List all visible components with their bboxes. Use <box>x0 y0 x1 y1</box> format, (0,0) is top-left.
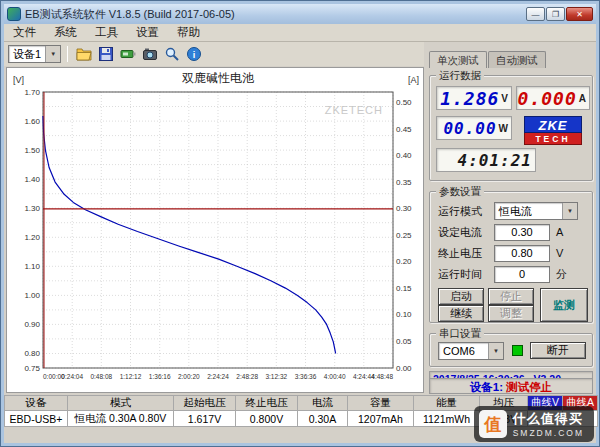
svg-text:0.15: 0.15 <box>396 284 412 293</box>
adjust-button[interactable]: 调整 <box>488 305 534 322</box>
zoom-icon[interactable] <box>162 44 182 64</box>
cutoff-voltage-input[interactable] <box>494 245 550 262</box>
save-icon[interactable] <box>96 44 116 64</box>
svg-text:4:00:40: 4:00:40 <box>324 373 346 380</box>
svg-text:0.05: 0.05 <box>396 337 412 346</box>
tab-strip: 单次测试 自动测试 <box>429 51 547 68</box>
toolbar: 设备1 ▼ i <box>4 42 424 66</box>
start-button[interactable]: 启动 <box>438 288 484 305</box>
menu-bar: 文件系统工具设置帮助 <box>4 24 596 42</box>
power-display: 00.00 W <box>436 116 512 140</box>
svg-text:[A]: [A] <box>408 75 419 85</box>
title-bar: EB测试系统软件 V1.8.5 (Build 2017-06-05) — ❐ ✕ <box>4 4 596 24</box>
voltage-value: 1.286 <box>440 88 499 109</box>
status-state: 设备1: 测试停止 <box>429 378 593 394</box>
svg-text:[V]: [V] <box>13 75 24 85</box>
column-header: 电流 <box>298 395 348 411</box>
run-time-input[interactable] <box>494 266 550 283</box>
tab-single-test[interactable]: 单次测试 <box>429 51 487 68</box>
com-port-select[interactable]: COM6 ▼ <box>438 342 504 360</box>
run-time-label: 运行时间 <box>438 267 494 282</box>
svg-text:ZKETECH: ZKETECH <box>325 104 383 116</box>
run-data-group: 运行数据 1.286 V 0.000 A 00.00 W ZKE TECH 4:… <box>429 75 593 181</box>
table-cell: 1207mAh <box>348 411 414 427</box>
about-icon[interactable]: i <box>184 44 204 64</box>
status-device: 设备1: <box>470 381 503 393</box>
window-title: EB测试系统软件 V1.8.5 (Build 2017-06-05) <box>25 7 526 22</box>
svg-text:1.40: 1.40 <box>24 175 40 184</box>
com-port-value: COM6 <box>439 345 488 357</box>
svg-text:2:00:20: 2:00:20 <box>178 373 200 380</box>
logo-top: ZKE <box>524 116 582 133</box>
disconnect-button[interactable]: 断开 <box>530 342 586 359</box>
logo-bottom: TECH <box>524 133 582 145</box>
menu-file[interactable]: 文件 <box>4 24 45 41</box>
chevron-down-icon[interactable]: ▼ <box>488 343 503 359</box>
set-current-label: 设定电流 <box>438 225 494 240</box>
table-cell: 1121mWh <box>414 411 480 427</box>
app-icon <box>7 7 21 21</box>
monitor-button[interactable]: 监测 <box>540 288 588 322</box>
close-button[interactable]: ✕ <box>566 7 593 21</box>
params-group-label: 参数设置 <box>436 185 484 197</box>
svg-text:0.45: 0.45 <box>396 125 412 134</box>
svg-text:0.30: 0.30 <box>396 204 412 213</box>
zketech-logo: ZKE TECH <box>524 116 582 145</box>
tab-auto-test[interactable]: 自动测试 <box>488 51 546 68</box>
svg-text:2:48:28: 2:48:28 <box>236 373 258 380</box>
discharge-chart: 双鹿碱性电池[V][A]ZKETECH0:00:000:24:040:48:08… <box>7 68 423 392</box>
device-icon[interactable] <box>118 44 138 64</box>
stop-button[interactable]: 停止 <box>488 288 534 305</box>
svg-text:1.00: 1.00 <box>24 291 40 300</box>
resume-button[interactable]: 继续 <box>438 305 484 322</box>
device-select-value: 设备1 <box>9 47 45 62</box>
svg-text:1.60: 1.60 <box>24 117 40 126</box>
column-header: 容量 <box>348 395 414 411</box>
svg-text:0.35: 0.35 <box>396 178 412 187</box>
run-data-group-label: 运行数据 <box>436 69 484 81</box>
smzdm-watermark: 值 什么值得买 SMZDM.COM <box>474 406 594 442</box>
open-folder-icon[interactable] <box>74 44 94 64</box>
menu-system[interactable]: 系统 <box>45 24 86 41</box>
time-display: 4:01:21 <box>436 148 536 172</box>
screenshot-icon[interactable] <box>140 44 160 64</box>
svg-text:0.80: 0.80 <box>24 349 40 358</box>
run-time-unit: 分 <box>556 267 567 282</box>
chevron-down-icon[interactable]: ▼ <box>562 203 577 219</box>
set-current-unit: A <box>556 226 563 238</box>
device-select[interactable]: 设备1 ▼ <box>8 45 61 63</box>
table-cell: EBD-USB+ <box>4 411 68 427</box>
svg-text:0.90: 0.90 <box>24 320 40 329</box>
column-header: 终止电压 <box>236 395 298 411</box>
column-header: 设备 <box>4 395 68 411</box>
smzdm-name: 什么值得买 <box>513 410 584 428</box>
smzdm-badge-icon: 值 <box>479 410 507 438</box>
menu-help[interactable]: 帮助 <box>168 24 209 41</box>
svg-text:2:24:24: 2:24:24 <box>207 373 229 380</box>
menu-settings[interactable]: 设置 <box>127 24 168 41</box>
minimize-button[interactable]: — <box>526 7 545 21</box>
chevron-down-icon[interactable]: ▼ <box>45 46 60 62</box>
table-cell: 1.617V <box>174 411 236 427</box>
toolbar-separator <box>67 46 68 62</box>
chart-panel: 双鹿碱性电池[V][A]ZKETECH0:00:000:24:040:48:08… <box>6 67 424 393</box>
right-panel: 单次测试 自动测试 运行数据 1.286 V 0.000 A 00.00 W Z… <box>427 51 595 395</box>
menu-tools[interactable]: 工具 <box>86 24 127 41</box>
svg-text:1.70: 1.70 <box>24 88 40 97</box>
voltage-display: 1.286 V <box>436 86 512 110</box>
svg-text:0.25: 0.25 <box>396 231 412 240</box>
svg-text:0.00: 0.00 <box>396 364 412 373</box>
current-value: 0.000 <box>518 88 577 109</box>
voltage-unit: V <box>501 93 508 104</box>
set-current-input[interactable] <box>494 224 550 241</box>
column-header: 能量 <box>414 395 480 411</box>
status-text: 测试停止 <box>506 381 552 393</box>
run-mode-select[interactable]: 恒电流 ▼ <box>494 202 578 220</box>
svg-text:0.20: 0.20 <box>396 257 412 266</box>
svg-text:0:24:04: 0:24:04 <box>61 373 83 380</box>
maximize-button[interactable]: ❐ <box>546 7 565 21</box>
svg-text:3:12:32: 3:12:32 <box>265 373 287 380</box>
svg-text:0.10: 0.10 <box>396 310 412 319</box>
svg-text:1:12:12: 1:12:12 <box>120 373 142 380</box>
column-header: 模式 <box>68 395 174 411</box>
